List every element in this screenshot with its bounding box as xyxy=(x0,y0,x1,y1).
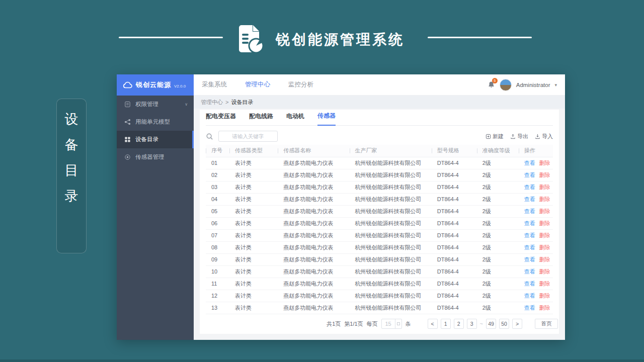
main-area: 采集系统管理中心监控分析 5 Administrator ▾ 管理中心 > 设备… xyxy=(194,74,565,340)
table-cell: DT864-4 xyxy=(432,169,477,181)
vertical-label-char: 设 xyxy=(65,110,78,128)
table-cell: 表计类 xyxy=(229,290,278,302)
view-link[interactable]: 查看 xyxy=(524,281,535,287)
page-number-button[interactable]: 3 xyxy=(467,319,477,329)
delete-link[interactable]: 删除 xyxy=(539,305,550,311)
table-cell-actions: 查看删除 xyxy=(519,290,553,302)
delete-link[interactable]: 删除 xyxy=(539,172,550,178)
sidebar-menu: 权限管理∨用能单元模型设备目录传感器管理 xyxy=(117,96,194,166)
sidebar-item-label: 权限管理 xyxy=(135,101,158,108)
delete-link[interactable]: 删除 xyxy=(539,232,550,238)
toolbar-button[interactable]: 导入 xyxy=(535,133,553,140)
prev-page-button[interactable]: < xyxy=(428,319,438,329)
view-link[interactable]: 查看 xyxy=(524,220,535,226)
delete-link[interactable]: 删除 xyxy=(539,160,550,166)
view-link[interactable]: 查看 xyxy=(524,184,535,190)
tab-item[interactable]: 传感器 xyxy=(317,112,336,126)
table-cell: 杭州锐创能源科技有限公司 xyxy=(350,229,432,241)
delete-link[interactable]: 删除 xyxy=(539,196,550,202)
page-number-button[interactable]: 2 xyxy=(454,319,464,329)
sidebar-item[interactable]: 传感器管理 xyxy=(117,148,194,166)
view-link[interactable]: 查看 xyxy=(524,196,535,202)
table-cell: 燕赵多功能电力仪表 xyxy=(278,217,349,229)
page-ellipsis: ~ xyxy=(480,321,483,327)
current-page-text: 第1/1页 xyxy=(344,320,363,328)
table-cell-actions: 查看删除 xyxy=(519,253,553,265)
table-row: 02表计类燕赵多功能电力仪表杭州锐创能源科技有限公司DT864-42级查看删除 xyxy=(206,169,553,181)
delete-link[interactable]: 删除 xyxy=(539,244,550,250)
table-cell: 表计类 xyxy=(229,217,278,229)
table-cell: 表计类 xyxy=(229,229,278,241)
table-cell: DT864-4 xyxy=(432,205,477,217)
topnav-item[interactable]: 采集系统 xyxy=(202,80,227,89)
view-link[interactable]: 查看 xyxy=(524,305,535,311)
breadcrumb-parent[interactable]: 管理中心 xyxy=(201,99,223,106)
new-icon xyxy=(486,134,491,139)
vertical-label-char: 备 xyxy=(65,136,78,154)
table-cell-actions: 查看删除 xyxy=(519,241,553,253)
table-cell: 燕赵多功能电力仪表 xyxy=(278,290,349,302)
table-cell-actions: 查看删除 xyxy=(519,229,553,241)
view-link[interactable]: 查看 xyxy=(524,208,535,214)
page-number-button[interactable]: 49 xyxy=(486,319,496,329)
table-cell: 杭州锐创能源科技有限公司 xyxy=(350,157,432,169)
toolbar-button[interactable]: 导出 xyxy=(510,133,528,140)
sidebar-item[interactable]: 设备目录 xyxy=(117,131,194,148)
per-page-input[interactable]: 15 xyxy=(381,319,402,329)
page-number-button[interactable]: 1 xyxy=(441,319,451,329)
table-header-row: 序号传感器类型传感器名称生产厂家型号规格准确度等级操作 xyxy=(206,145,553,157)
delete-link[interactable]: 删除 xyxy=(539,208,550,214)
delete-link[interactable]: 删除 xyxy=(539,268,550,275)
app-version: V2.0.0 xyxy=(174,84,186,88)
first-page-button[interactable]: 首页 xyxy=(535,319,558,329)
table-column-header: 传感器名称 xyxy=(278,145,349,157)
table-cell: 表计类 xyxy=(229,157,278,169)
topnav-item[interactable]: 监控分析 xyxy=(288,80,313,89)
tab-item[interactable]: 配电线路 xyxy=(249,112,273,125)
notification-badge: 5 xyxy=(492,78,498,83)
delete-link[interactable]: 删除 xyxy=(539,220,550,226)
chevron-down-icon[interactable]: ▾ xyxy=(554,82,557,87)
view-link[interactable]: 查看 xyxy=(524,244,535,250)
avatar[interactable] xyxy=(500,79,512,91)
table-cell: 杭州锐创能源科技有限公司 xyxy=(350,181,432,193)
view-link[interactable]: 查看 xyxy=(524,232,535,238)
search-icon[interactable] xyxy=(206,133,213,140)
table-cell: 2级 xyxy=(477,181,519,193)
table-cell: 表计类 xyxy=(229,302,278,314)
table-cell: 燕赵多功能电力仪表 xyxy=(278,253,349,265)
table-row: 10表计类燕赵多功能电力仪表杭州锐创能源科技有限公司DT864-42级查看删除 xyxy=(206,265,553,278)
per-page-stepper-icon[interactable] xyxy=(395,319,401,329)
tab-item[interactable]: 电动机 xyxy=(286,112,304,125)
view-link[interactable]: 查看 xyxy=(524,268,535,275)
table-cell: DT864-4 xyxy=(432,302,477,314)
search-input[interactable] xyxy=(218,131,278,142)
per-page-label: 每页 xyxy=(367,320,378,328)
delete-link[interactable]: 删除 xyxy=(539,281,550,287)
table-cell: 03 xyxy=(206,181,229,193)
tab-item[interactable]: 配电变压器 xyxy=(206,112,236,125)
view-link[interactable]: 查看 xyxy=(524,172,535,178)
topnav-item[interactable]: 管理中心 xyxy=(245,80,270,89)
sidebar-item[interactable]: 用能单元模型 xyxy=(117,113,194,131)
table-cell: 2级 xyxy=(477,157,519,169)
next-page-button[interactable]: > xyxy=(512,319,522,329)
page-number-button[interactable]: 50 xyxy=(499,319,509,329)
user-name[interactable]: Administrator xyxy=(516,82,550,88)
app-logo[interactable]: 锐创云能源 V2.0.0 xyxy=(117,74,194,96)
notification-bell-icon[interactable]: 5 xyxy=(488,81,495,88)
delete-link[interactable]: 删除 xyxy=(539,256,550,262)
view-link[interactable]: 查看 xyxy=(524,293,535,299)
table-row: 12表计类燕赵多功能电力仪表杭州锐创能源科技有限公司DT864-42级查看删除 xyxy=(206,290,553,302)
view-link[interactable]: 查看 xyxy=(524,160,535,166)
table-cell: 13 xyxy=(206,302,229,314)
table-cell: 2级 xyxy=(477,241,519,253)
view-link[interactable]: 查看 xyxy=(524,256,535,262)
delete-link[interactable]: 删除 xyxy=(539,184,550,190)
document-icon xyxy=(124,101,131,108)
sidebar-item[interactable]: 权限管理∨ xyxy=(117,96,194,113)
table-cell-actions: 查看删除 xyxy=(519,169,553,181)
table-cell: 表计类 xyxy=(229,169,278,181)
delete-link[interactable]: 删除 xyxy=(539,293,550,299)
toolbar-button[interactable]: 新建 xyxy=(486,133,504,140)
